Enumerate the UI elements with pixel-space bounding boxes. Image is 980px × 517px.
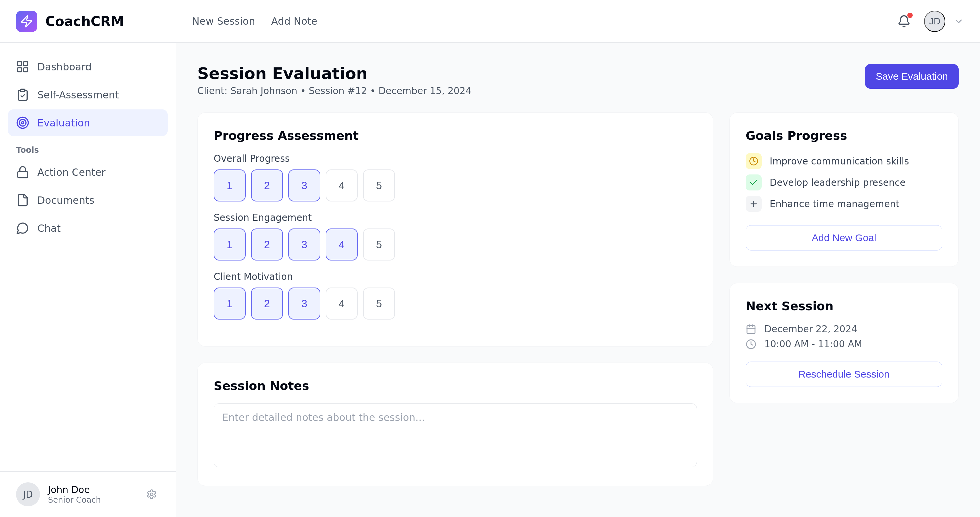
settings-button[interactable] <box>144 486 160 502</box>
rating-block: Session Engagement12345 <box>214 212 697 260</box>
lock-icon <box>16 166 29 179</box>
rating-button-2[interactable]: 2 <box>251 287 283 319</box>
goal-item: Enhance time management <box>746 196 942 212</box>
topnav-new-session[interactable]: New Session <box>192 15 255 27</box>
rating-row: 12345 <box>214 228 697 260</box>
progress-assessment-card: Progress Assessment Overall Progress1234… <box>197 112 713 346</box>
svg-rect-2 <box>24 68 28 72</box>
rating-button-1[interactable]: 1 <box>214 228 246 260</box>
session-notes-card: Session Notes <box>197 362 713 486</box>
user-name: John Doe <box>48 484 101 495</box>
file-icon <box>16 193 29 207</box>
content-scroll[interactable]: Session Evaluation Client: Sarah Johnson… <box>176 43 980 517</box>
sidebar-item-label: Action Center <box>37 166 105 178</box>
goals-list: Improve communication skillsDevelop lead… <box>746 153 942 212</box>
metric-label: Overall Progress <box>214 153 697 164</box>
gear-icon <box>146 489 157 499</box>
goal-item: Develop leadership presence <box>746 174 942 190</box>
sidebar-item-dashboard[interactable]: Dashboard <box>8 53 168 80</box>
topbar: New Session Add Note JD <box>176 0 980 43</box>
session-notes-input[interactable] <box>214 403 697 467</box>
goal-status-icon <box>746 196 762 212</box>
rating-button-5[interactable]: 5 <box>363 287 395 319</box>
calendar-icon <box>746 324 756 335</box>
sidebar-item-evaluation[interactable]: Evaluation <box>8 109 168 136</box>
goal-label: Develop leadership presence <box>770 177 906 188</box>
metric-label: Session Engagement <box>214 212 697 223</box>
rating-button-5[interactable]: 5 <box>363 228 395 260</box>
sidebar-item-label: Chat <box>37 222 60 234</box>
right-column: Goals Progress Improve communication ski… <box>729 112 959 486</box>
notification-dot <box>907 13 913 18</box>
sidebar-item-label: Self-Assessment <box>37 89 119 101</box>
rating-button-4[interactable]: 4 <box>326 287 358 319</box>
sidebar-item-chat[interactable]: Chat <box>8 215 168 241</box>
rating-button-3[interactable]: 3 <box>288 169 320 201</box>
sidebar-item-label: Dashboard <box>37 61 92 73</box>
rating-block: Overall Progress12345 <box>214 153 697 201</box>
sidebar-nav: Dashboard Self-Assessment Evaluation Too… <box>0 43 176 471</box>
sidebar-item-label: Evaluation <box>37 117 90 129</box>
svg-point-7 <box>22 122 24 124</box>
sidebar-user: JD John Doe Senior Coach <box>0 471 176 517</box>
card-title: Next Session <box>746 299 942 313</box>
svg-rect-4 <box>20 89 25 91</box>
user-role: Senior Coach <box>48 495 101 505</box>
brand-name: CoachCRM <box>45 14 124 29</box>
rating-button-3[interactable]: 3 <box>288 287 320 319</box>
rating-block: Client Motivation12345 <box>214 271 697 319</box>
target-icon <box>16 116 29 129</box>
rating-button-3[interactable]: 3 <box>288 228 320 260</box>
rating-button-1[interactable]: 1 <box>214 287 246 319</box>
goal-item: Improve communication skills <box>746 153 942 169</box>
left-column: Progress Assessment Overall Progress1234… <box>197 112 713 486</box>
rating-row: 12345 <box>214 169 697 201</box>
page-title: Session Evaluation <box>197 64 471 83</box>
next-session-card: Next Session December 22, 2024 10:00 AM … <box>729 283 959 403</box>
goal-label: Enhance time management <box>770 198 899 209</box>
goal-label: Improve communication skills <box>770 156 909 167</box>
svg-rect-8 <box>18 171 28 177</box>
page-header: Session Evaluation Client: Sarah Johnson… <box>197 64 959 96</box>
sidebar-item-self-assessment[interactable]: Self-Assessment <box>8 81 168 108</box>
rating-button-4[interactable]: 4 <box>326 228 358 260</box>
top-links: New Session Add Note <box>192 15 317 27</box>
zap-icon <box>20 15 33 28</box>
rating-button-2[interactable]: 2 <box>251 228 283 260</box>
metric-label: Client Motivation <box>214 271 697 282</box>
card-title: Progress Assessment <box>214 129 697 142</box>
reschedule-button[interactable]: Reschedule Session <box>746 362 942 387</box>
next-session-time: 10:00 AM - 11:00 AM <box>764 338 862 349</box>
svg-rect-1 <box>24 62 28 66</box>
sidebar-item-action-center[interactable]: Action Center <box>8 159 168 185</box>
add-goal-button[interactable]: Add New Goal <box>746 225 942 251</box>
rating-metrics-container: Overall Progress12345Session Engagement1… <box>214 153 697 319</box>
rating-button-5[interactable]: 5 <box>363 169 395 201</box>
user-menu-avatar[interactable]: JD <box>924 11 945 32</box>
user-menu-toggle[interactable] <box>953 16 964 27</box>
notifications-button[interactable] <box>892 10 916 34</box>
topbar-right: JD <box>892 10 964 34</box>
content-grid: Progress Assessment Overall Progress1234… <box>197 112 959 486</box>
card-title: Goals Progress <box>746 129 942 142</box>
rating-button-4[interactable]: 4 <box>326 169 358 201</box>
goals-card: Goals Progress Improve communication ski… <box>729 112 959 267</box>
svg-rect-11 <box>747 326 755 333</box>
sidebar-item-documents[interactable]: Documents <box>8 187 168 214</box>
rating-row: 12345 <box>214 287 697 319</box>
nav-section-tools: Tools <box>8 137 168 158</box>
sidebar-item-label: Documents <box>37 195 94 206</box>
rating-button-2[interactable]: 2 <box>251 169 283 201</box>
brand: CoachCRM <box>0 0 176 43</box>
main-column: New Session Add Note JD Session Evaluati… <box>176 0 980 517</box>
svg-point-6 <box>19 120 26 126</box>
next-session-date: December 22, 2024 <box>764 324 858 335</box>
topnav-add-note[interactable]: Add Note <box>271 15 317 27</box>
next-session-time-row: 10:00 AM - 11:00 AM <box>746 338 942 349</box>
chevron-down-icon <box>953 16 964 27</box>
rating-button-1[interactable]: 1 <box>214 169 246 201</box>
clock-icon <box>746 339 756 349</box>
card-title: Session Notes <box>214 379 697 393</box>
svg-rect-0 <box>18 62 22 66</box>
save-evaluation-button[interactable]: Save Evaluation <box>865 64 959 89</box>
